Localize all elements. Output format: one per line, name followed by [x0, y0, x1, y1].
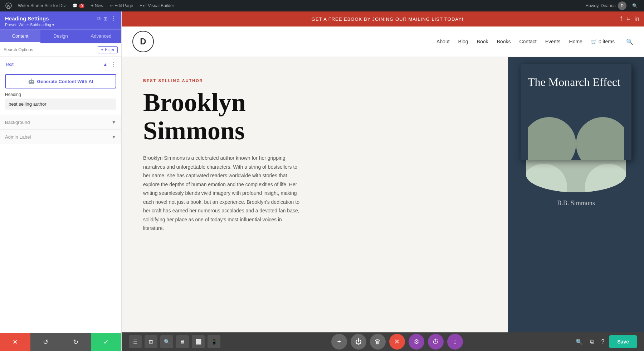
hero-title: Brooklyn Simmons [143, 88, 487, 145]
code-button[interactable]: ↕ [447, 334, 463, 350]
panel-header-actions: ⧉ ⊞ ⋮ [97, 15, 116, 22]
toolbar-tablet-icon[interactable]: ⬜ [192, 335, 205, 348]
cart-icon: 🛒 [591, 39, 597, 44]
panel-more-icon[interactable]: ⋮ [111, 15, 116, 22]
toolbar-help-icon[interactable]: ? [599, 336, 606, 347]
ai-icon: 🤖 [28, 78, 34, 84]
admin-bar-search-icon[interactable]: 🔍 [629, 3, 640, 8]
site-logo: D [132, 31, 154, 52]
hero-section: BEST SELLING AUTHOR Brooklyn Simmons Bro… [122, 57, 508, 332]
site-content: BEST SELLING AUTHOR Brooklyn Simmons Bro… [122, 57, 644, 332]
admin-label-section-title: Admin Label [5, 134, 31, 140]
admin-label-section-header[interactable]: Admin Label ▼ [0, 130, 121, 144]
bottom-toolbar-right: 🔍 ⧉ ? Save [574, 335, 637, 348]
text-section-header[interactable]: Text ▲ ⋮ [0, 57, 121, 72]
nav-link-home[interactable]: Home [569, 39, 582, 44]
undo-button[interactable]: ↺ [30, 333, 61, 351]
facebook-icon[interactable]: f [620, 16, 622, 22]
filter-icon: + [101, 47, 103, 52]
panel-duplicate-icon[interactable]: ⧉ [97, 15, 101, 21]
left-panel: Heading Settings ⧉ ⊞ ⋮ Preset: Writer Su… [0, 11, 122, 351]
bottom-toolbar-left: ☰ ⊞ 🔍 🖥 ⬜ 📱 [129, 335, 220, 348]
book-author: B.B. Simmons [557, 199, 595, 211]
admin-bar-comments[interactable]: 💬 0 [69, 0, 88, 11]
toolbar-layers-icon[interactable]: ⧉ [588, 336, 596, 347]
avatar: D [618, 1, 626, 10]
ai-generate-button[interactable]: 🤖 Generate Content With AI [5, 74, 116, 88]
admin-bar-exit-builder[interactable]: Exit Visual Builder [137, 0, 177, 11]
panel-header: Heading Settings ⧉ ⊞ ⋮ Preset: Writer Su… [0, 11, 121, 29]
svg-text:W: W [7, 4, 11, 8]
background-section-title: Background [5, 120, 30, 125]
text-section-chevron[interactable]: ▲ [103, 62, 108, 67]
nav-link-contact[interactable]: Contact [519, 39, 536, 44]
history-button[interactable]: ⏱ [428, 334, 444, 350]
panel-preset[interactable]: Preset: Writer Subheading ▾ [5, 23, 116, 27]
wp-admin-bar: W GET A FREE EBOOK BY JOINING OUR MAILIN… [0, 0, 644, 11]
save-check-button[interactable]: ✓ [91, 333, 121, 351]
admin-bar-site-name[interactable]: GET A FREE EBOOK BY JOINING OUR MAILING … [15, 0, 69, 11]
nav-link-books[interactable]: Books [497, 39, 511, 44]
panel-grid-icon[interactable]: ⊞ [103, 16, 108, 21]
comments-icon: 💬 [72, 3, 78, 8]
admin-bar-new[interactable]: + New [88, 0, 106, 11]
tab-content[interactable]: Content [0, 30, 40, 43]
close-button[interactable]: ✕ [389, 334, 405, 350]
cancel-button[interactable]: ✕ [0, 333, 30, 351]
nav-search-icon[interactable]: 🔍 [626, 38, 633, 45]
instagram-icon[interactable]: ⌗ [627, 16, 630, 22]
panel-search-area: + Filter [0, 43, 121, 57]
text-section-title: Text [5, 62, 14, 67]
panel-bottom-actions: ✕ ↺ ↻ ✓ [0, 333, 121, 351]
admin-bar-edit-page[interactable]: ✏ Edit Page [107, 0, 136, 11]
toolbar-list-icon[interactable]: ☰ [129, 335, 142, 348]
text-section-content: 🤖 Generate Content With AI Heading [0, 72, 121, 115]
toolbar-zoom-icon[interactable]: 🔍 [574, 336, 585, 347]
panel-tabs: Content Design Advanced [0, 29, 121, 43]
hero-subtitle: BEST SELLING AUTHOR [143, 78, 487, 83]
text-section: Text ▲ ⋮ 🤖 Generate Content With AI Head… [0, 57, 121, 115]
toolbar-search-icon[interactable]: 🔍 [160, 335, 173, 348]
panel-title: Heading Settings [5, 15, 49, 21]
tab-advanced[interactable]: Advanced [81, 30, 121, 43]
tab-design[interactable]: Design [40, 30, 81, 43]
nav-link-events[interactable]: Events [545, 39, 561, 44]
hero-description: Brooklyn Simmons is a celebrated author … [143, 154, 301, 233]
promo-bar: GET A FREE EBOOK BY JOINING OUR MAILING … [122, 11, 644, 27]
nav-links: About Blog Book Books Contact Events Hom… [436, 38, 633, 45]
admin-label-section: Admin Label ▼ [0, 130, 121, 144]
redo-button[interactable]: ↻ [61, 333, 91, 351]
nav-cart[interactable]: 🛒 0 items [591, 39, 615, 44]
background-section: Background ▼ [0, 115, 121, 130]
heading-field-label: Heading [5, 92, 116, 97]
bottom-toolbar-center: + ⏻ 🗑 ✕ ⚙ ⏱ ↕ [331, 334, 463, 350]
heading-input[interactable] [5, 98, 116, 110]
admin-bar-user[interactable]: Howdy, Deanna D [583, 1, 630, 10]
power-button[interactable]: ⏻ [351, 334, 366, 350]
site-nav: D About Blog Book Books Contact Events H… [122, 27, 644, 57]
toolbar-mobile-icon[interactable]: 📱 [208, 335, 220, 348]
settings-button[interactable]: ⚙ [409, 334, 424, 350]
nav-link-book[interactable]: Book [477, 39, 488, 44]
filter-button[interactable]: + Filter [98, 46, 118, 53]
main-layout: Heading Settings ⧉ ⊞ ⋮ Preset: Writer Su… [0, 11, 644, 351]
text-section-more[interactable]: ⋮ [111, 61, 116, 68]
book-cover-area: The Monarch Effect B.B. S [508, 57, 644, 332]
admin-label-section-chevron[interactable]: ▼ [111, 134, 116, 140]
book-title: The Monarch Effect [528, 75, 624, 90]
trash-button[interactable]: 🗑 [370, 334, 386, 350]
search-input[interactable] [4, 47, 96, 52]
social-icons: f ⌗ in [620, 16, 640, 22]
linkedin-icon[interactable]: in [635, 16, 640, 22]
toolbar-grid-icon[interactable]: ⊞ [145, 335, 157, 348]
site-content-inner: BEST SELLING AUTHOR Brooklyn Simmons Bro… [122, 57, 644, 332]
toolbar-desktop-icon[interactable]: 🖥 [176, 335, 189, 348]
wp-logo-icon[interactable]: W [4, 1, 14, 11]
preview-area: GET A FREE EBOOK BY JOINING OUR MAILING … [122, 11, 644, 351]
save-button[interactable]: Save [609, 335, 637, 348]
background-section-header[interactable]: Background ▼ [0, 115, 121, 129]
nav-link-about[interactable]: About [436, 39, 450, 44]
background-section-chevron[interactable]: ▼ [111, 119, 116, 125]
add-element-button[interactable]: + [331, 334, 347, 350]
nav-link-blog[interactable]: Blog [458, 39, 468, 44]
